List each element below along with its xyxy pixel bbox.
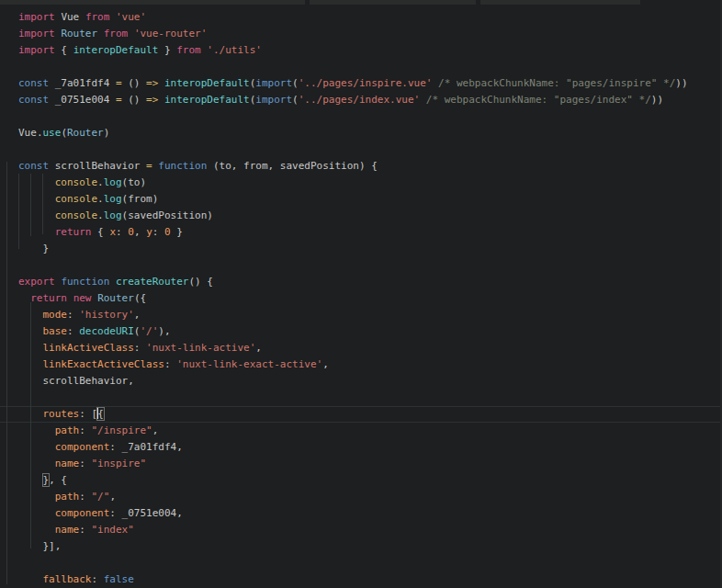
code-token: Vue — [61, 11, 79, 23]
code-token: () { — [188, 276, 213, 288]
code-line[interactable] — [0, 390, 722, 406]
code-token: }], — [18, 540, 61, 552]
code-token: linkActiveClass — [43, 342, 134, 354]
code-token: , — [109, 491, 116, 503]
code-token: ( — [207, 160, 219, 172]
code-token: (savedPosition) — [122, 209, 213, 221]
code-line[interactable]: import Vue from 'vue' — [0, 9, 722, 26]
code-token: path — [55, 491, 80, 503]
code-token: log — [104, 209, 122, 221]
code-line[interactable]: import { interopDefault } from './utils' — [0, 42, 722, 59]
code-token: console — [55, 193, 97, 205]
code-token: { — [97, 408, 104, 420]
code-token: = — [146, 160, 152, 172]
code-line[interactable]: }], — [0, 538, 722, 555]
code-token: "index" — [92, 524, 134, 536]
code-token: const — [18, 160, 49, 172]
code-token: } — [18, 243, 49, 254]
code-token: "/" — [92, 491, 110, 503]
code-token: savedPosition — [280, 160, 359, 172]
code-token: , { — [49, 474, 67, 486]
code-line[interactable]: component: _7a01fdf4, — [0, 439, 722, 456]
code-token — [109, 276, 116, 288]
code-token: , — [134, 226, 146, 238]
tab-strip-segment[interactable] — [0, 0, 305, 5]
code-line[interactable]: const _7a01fdf4 = () => interopDefault(i… — [0, 75, 722, 92]
code-area[interactable]: import Vue from 'vue'import Router from … — [0, 9, 722, 588]
code-token — [67, 292, 73, 304]
code-token — [18, 458, 55, 469]
code-line[interactable]: }, { — [0, 472, 722, 489]
code-line[interactable]: const _0751e004 = () => interopDefault(i… — [0, 92, 722, 108]
code-line[interactable]: name: "inspire" — [0, 456, 722, 472]
code-line[interactable]: path: "/inspire", — [0, 423, 722, 439]
code-line[interactable]: routes: [{ — [0, 406, 722, 423]
code-token: 'history' — [79, 309, 134, 321]
code-token: = — [116, 77, 122, 89]
code-token: false — [104, 573, 134, 585]
code-line[interactable]: base: decodeURI('/'), — [0, 323, 722, 340]
code-token: : — [91, 573, 103, 585]
code-token: 'vue-router' — [134, 28, 207, 40]
code-token — [18, 573, 43, 585]
code-token: (to) — [122, 176, 147, 188]
code-token: interopDefault — [73, 44, 159, 56]
code-token: , — [268, 160, 280, 172]
code-token — [49, 94, 55, 106]
code-token: } — [171, 226, 183, 238]
code-line[interactable]: mode: 'history', — [0, 307, 722, 323]
code-editor[interactable]: import Vue from 'vue'import Router from … — [0, 0, 722, 588]
code-token: , — [176, 441, 183, 453]
code-line[interactable] — [0, 555, 722, 571]
code-token: : — [79, 491, 91, 503]
code-line[interactable]: return { x: 0, y: 0 } — [0, 224, 722, 241]
code-line[interactable] — [0, 257, 722, 274]
code-token — [18, 193, 55, 205]
code-line[interactable]: console.log(to) — [0, 175, 722, 191]
code-token: _0751e004 — [122, 507, 177, 519]
code-token: : — [79, 524, 91, 536]
code-line[interactable] — [0, 59, 722, 75]
code-token: '../pages/inspire.vue' — [299, 77, 433, 89]
code-line[interactable] — [0, 141, 722, 158]
tab-strip-segment[interactable] — [480, 0, 640, 5]
tab-strip-segment[interactable] — [310, 0, 476, 5]
code-token: Router — [61, 28, 97, 40]
code-line[interactable]: path: "/", — [0, 489, 722, 505]
code-line[interactable]: component: _0751e004, — [0, 505, 722, 522]
code-token: y — [146, 226, 152, 238]
code-line[interactable]: import Router from 'vue-router' — [0, 26, 722, 42]
code-line[interactable]: console.log(from) — [0, 191, 722, 208]
code-line[interactable]: export function createRouter() { — [0, 274, 722, 290]
code-token: new — [73, 292, 92, 304]
code-token: )) — [675, 77, 687, 89]
code-token: 0 — [164, 226, 171, 238]
code-line[interactable]: scrollBehavior, — [0, 373, 722, 390]
code-token: createRouter — [116, 276, 188, 288]
code-token: log — [104, 193, 122, 205]
code-token: : — [67, 325, 79, 337]
code-line[interactable]: linkActiveClass: 'nuxt-link-active', — [0, 340, 722, 356]
code-line[interactable]: console.log(savedPosition) — [0, 208, 722, 224]
code-line[interactable]: const scrollBehavior = function (to, fro… — [0, 158, 722, 175]
code-token — [128, 28, 134, 40]
code-token — [109, 94, 116, 106]
code-token: to — [220, 160, 231, 172]
code-token: : [ — [79, 408, 97, 420]
indent-guide — [42, 174, 43, 234]
code-token — [18, 424, 55, 436]
code-line[interactable]: fallback: false — [0, 571, 722, 588]
code-line[interactable]: } — [0, 241, 722, 257]
code-line[interactable] — [0, 108, 722, 125]
code-token: => — [146, 94, 158, 106]
code-token: , — [231, 160, 243, 172]
code-line[interactable]: return new Router({ — [0, 290, 722, 307]
code-token: = — [116, 94, 122, 106]
code-token — [158, 77, 164, 89]
code-token: : — [109, 507, 121, 519]
code-token: . — [97, 176, 104, 188]
code-line[interactable]: Vue.use(Router) — [0, 125, 722, 141]
code-token: return — [30, 292, 67, 304]
code-line[interactable]: name: "index" — [0, 522, 722, 538]
code-line[interactable]: linkExactActiveClass: 'nuxt-link-exact-a… — [0, 356, 722, 373]
